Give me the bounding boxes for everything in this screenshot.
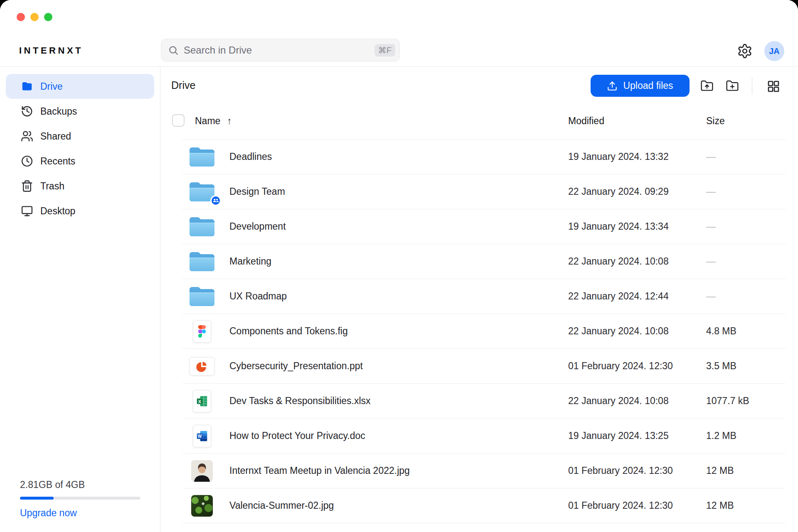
sidebar-item-shared[interactable]: Shared [6,124,154,149]
file-size: 12 MB [706,465,734,476]
shared-badge-icon [210,195,221,206]
upgrade-now-link[interactable]: Upgrade now [20,507,140,519]
file-name: Dev Tasks & Responsibilities.xlsx [229,395,371,407]
settings-button[interactable] [737,43,753,59]
app-header: INTERNXT Search in Drive ⌘F JA [0,0,798,67]
trash-icon [21,180,33,192]
svg-text:W: W [198,434,202,439]
table-row[interactable]: W How to Protect Your Privacy.doc 19 Jan… [182,419,786,454]
table-row[interactable]: Marketing 22 January 2024. 10:08 — [182,244,786,279]
photo-thumbnail [191,460,213,482]
file-name: Design Team [229,186,285,197]
powerpoint-file-icon [190,357,214,375]
excel-file-icon: X [193,390,211,412]
file-name: Valencia-Summer-02.jpg [229,500,334,511]
users-icon [21,130,33,142]
sidebar-item-desktop[interactable]: Desktop [6,199,154,223]
sidebar-item-label: Drive [40,81,63,92]
sidebar-item-label: Backups [40,106,77,117]
sidebar-item-label: Trash [40,181,64,192]
gear-icon [737,43,753,59]
table-row[interactable]: Components and Tokens.fig 22 January 202… [182,314,786,349]
file-name: Internxt Team Meetup in Valencia 2022.jp… [229,465,410,476]
table-row[interactable]: Internxt Team Meetup in Valencia 2022.jp… [182,454,786,488]
app-window: INTERNXT Search in Drive ⌘F JA D [0,0,798,532]
column-header-name[interactable]: Name↑ [195,115,232,127]
file-modified: 01 February 2024. 12:30 [568,360,673,372]
internxt-logo: INTERNXT [19,45,83,56]
file-modified: 19 January 2024. 13:34 [568,221,669,232]
sidebar: Drive Backups Shared [0,67,160,532]
file-modified: 19 January 2024. 13:32 [568,151,669,162]
table-row[interactable]: Valencia-Summer-02.jpg 01 February 2024.… [182,488,786,523]
file-list: Deadlines 19 January 2024. 13:32 — Desig… [182,139,786,523]
folder-icon [21,80,33,93]
table-row[interactable]: Cybersecurity_Presentation.ppt 01 Februa… [182,349,786,384]
file-modified: 01 February 2024. 12:30 [568,500,673,511]
storage-usage-label: 2.81GB of 4GB [20,479,140,490]
column-header-modified[interactable]: Modified [568,115,604,127]
word-file-icon: W [193,425,211,447]
search-icon [168,45,179,56]
search-shortcut-badge: ⌘F [374,44,395,56]
table-row[interactable]: Design Team 22 January 2024. 09:29 — [182,174,786,209]
file-modified: 01 February 2024. 12:30 [568,465,673,476]
folder-icon [189,284,215,309]
shared-folder-icon [189,179,215,204]
zoom-window-button[interactable] [44,13,52,21]
storage-widget: 2.81GB of 4GB Upgrade now [20,479,140,519]
table-row[interactable]: UX Roadmap 22 January 2024. 12:44 — [182,279,786,314]
file-size: 12 MB [706,500,734,511]
monitor-icon [21,205,33,217]
sidebar-item-trash[interactable]: Trash [6,174,154,199]
history-icon [21,105,33,118]
table-header: Name↑ Modified Size [160,67,798,139]
select-all-checkbox[interactable] [172,114,185,127]
file-modified: 22 January 2024. 10:08 [568,256,669,267]
sidebar-nav: Drive Backups Shared [0,74,160,223]
sidebar-item-backups[interactable]: Backups [6,99,154,124]
file-modified: 22 January 2024. 10:08 [568,326,669,337]
svg-text:X: X [198,399,202,404]
minimize-window-button[interactable] [30,13,39,21]
sidebar-item-label: Recents [40,156,75,167]
search-placeholder: Search in Drive [184,44,374,56]
clock-icon [21,155,33,167]
file-size: 4.8 MB [706,326,736,337]
app-body: Drive Backups Shared [0,67,798,532]
file-name: UX Roadmap [229,291,287,302]
file-modified: 19 January 2024. 13:25 [568,430,669,441]
file-size: — [706,186,716,197]
file-name: Deadlines [229,151,272,162]
sidebar-item-recents[interactable]: Recents [6,149,154,174]
storage-progress-bar [20,497,140,500]
file-name: Marketing [229,256,271,267]
folder-icon [189,249,215,274]
file-size: 3.5 MB [706,360,736,372]
file-size: — [706,256,716,267]
file-name: How to Protect Your Privacy.doc [229,430,365,441]
table-row[interactable]: X Dev Tasks & Responsibilities.xlsx 22 J… [182,384,786,419]
main-pane: Drive Upload files [160,67,798,532]
column-header-size[interactable]: Size [706,115,725,127]
file-size: 1.2 MB [706,430,736,441]
sidebar-item-label: Shared [40,131,71,142]
file-modified: 22 January 2024. 12:44 [568,291,669,302]
file-name: Cybersecurity_Presentation.ppt [229,360,363,372]
figma-file-icon [193,320,211,343]
table-row[interactable]: Deadlines 19 January 2024. 13:32 — [182,140,786,174]
table-row[interactable]: Development 19 January 2024. 13:34 — [182,209,786,244]
close-window-button[interactable] [17,13,25,21]
avatar[interactable]: JA [764,41,784,61]
sidebar-item-drive[interactable]: Drive [6,74,154,99]
file-name: Development [229,221,286,232]
file-size: — [706,291,716,302]
file-name: Components and Tokens.fig [229,326,348,337]
file-modified: 22 January 2024. 09:29 [568,186,669,197]
sort-ascending-icon: ↑ [227,115,232,126]
window-controls [17,13,52,21]
file-size: — [706,151,716,162]
file-modified: 22 January 2024. 10:08 [568,395,669,407]
search-input[interactable]: Search in Drive ⌘F [161,39,400,61]
sidebar-item-label: Desktop [40,206,75,217]
